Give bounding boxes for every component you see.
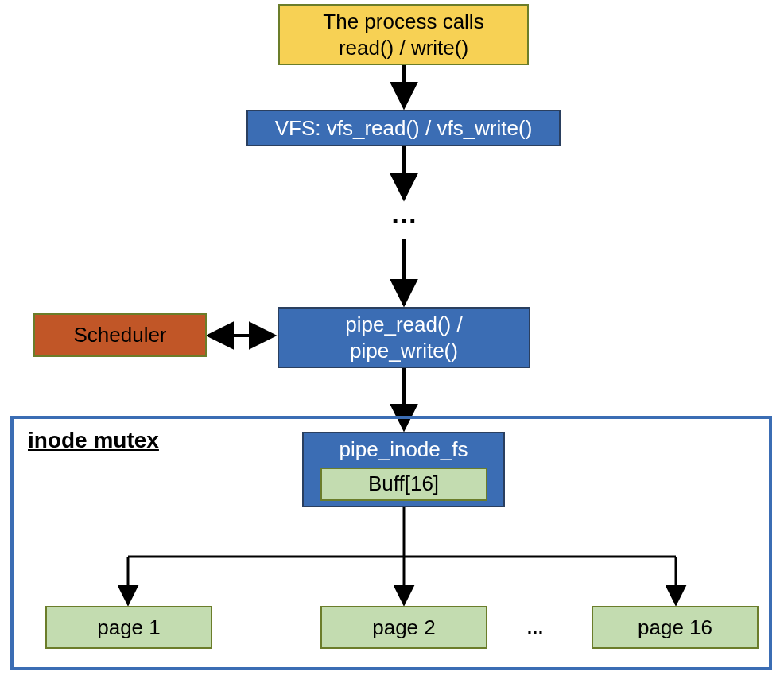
pipe-inode-label: pipe_inode_fs [340,437,468,463]
buff-label: Buff[16] [368,471,439,497]
vfs-box: VFS: vfs_read() / vfs_write() [246,110,561,146]
vfs-label: VFS: vfs_read() / vfs_write() [275,115,533,142]
pipe-inode-box: pipe_inode_fs Buff[16] [302,432,505,507]
process-box: The process calls read() / write() [278,4,529,65]
page-16-box: page 16 [592,606,759,649]
page-1-box: page 1 [45,606,212,649]
scheduler-label: Scheduler [73,322,166,348]
page-1-label: page 1 [97,615,161,641]
inode-mutex-label: inode mutex [28,428,159,453]
process-line1: The process calls [323,9,483,35]
diagram-canvas: The process calls read() / write() VFS: … [0,0,784,683]
pipe-rw-line1: pipe_read() / [345,312,462,338]
page-2-box: page 2 [320,606,487,649]
ellipsis-middle: … [380,199,428,230]
pipe-rw-line2: pipe_write() [345,338,462,364]
page-16-label: page 16 [638,615,712,641]
process-line2: read() / write() [323,35,483,61]
pages-ellipsis: … [519,618,551,638]
page-2-label: page 2 [372,615,436,641]
scheduler-box: Scheduler [33,313,207,357]
buff-box: Buff[16] [320,468,487,501]
pipe-rw-box: pipe_read() / pipe_write() [278,307,530,368]
